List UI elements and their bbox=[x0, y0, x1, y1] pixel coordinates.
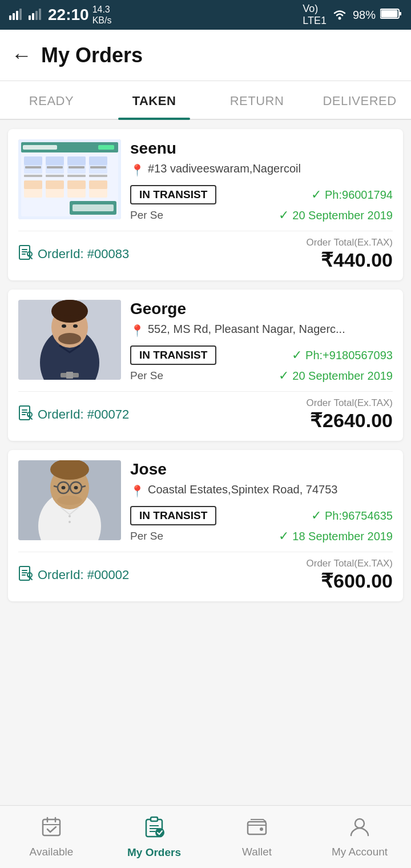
status-badge: IN TRANSIST bbox=[130, 185, 216, 204]
svg-rect-44 bbox=[22, 249, 27, 250]
wallet-icon bbox=[246, 816, 268, 842]
svg-point-77 bbox=[57, 496, 82, 505]
order-top: seenu 📍 #13 vadiveeswaram,Nagercoil IN T… bbox=[18, 139, 393, 223]
svg-rect-62 bbox=[22, 414, 26, 415]
total-amount: ₹440.00 bbox=[307, 248, 393, 271]
order-footer: OrderId: #00083 Order Total(Ex.TAX) ₹440… bbox=[18, 231, 393, 271]
tab-taken[interactable]: TAKEN bbox=[103, 81, 206, 119]
order-info: George 📍 552, MS Rd, Pleasant Nagar, Nag… bbox=[130, 300, 393, 383]
tab-return[interactable]: RETURN bbox=[206, 81, 308, 119]
svg-rect-2 bbox=[16, 11, 18, 20]
back-button[interactable]: ← bbox=[11, 43, 32, 67]
status-bar: 22:10 14.3KB/s Vo)LTE1 98% bbox=[0, 0, 411, 30]
svg-rect-82 bbox=[22, 572, 27, 573]
address-text: Coastal Estates,Spintex Road, 74753 bbox=[148, 483, 337, 496]
myorders-icon bbox=[143, 815, 166, 843]
per-se-date-row: Per Se ✓ 20 September 2019 bbox=[130, 368, 393, 383]
svg-rect-11 bbox=[399, 12, 401, 15]
location-icon: 📍 bbox=[130, 163, 144, 177]
order-image bbox=[18, 139, 121, 219]
total-section: Order Total(Ex.TAX) ₹2640.00 bbox=[307, 397, 393, 432]
address-row: 📍 #13 vadiveeswaram,Nagercoil bbox=[130, 162, 393, 177]
svg-point-97 bbox=[355, 819, 364, 828]
svg-point-54 bbox=[58, 333, 81, 344]
status-left: 22:10 14.3KB/s bbox=[9, 4, 111, 26]
per-se-label: Per Se bbox=[130, 530, 163, 542]
svg-rect-32 bbox=[89, 175, 107, 177]
order-id-icon bbox=[18, 405, 33, 424]
svg-point-94 bbox=[155, 828, 164, 837]
svg-rect-26 bbox=[67, 156, 86, 165]
phone-verified: ✓ Ph:+9180567093 bbox=[292, 348, 393, 363]
date-text: 18 September 2019 bbox=[292, 530, 393, 543]
signal-icon bbox=[9, 7, 25, 23]
order-id-text: OrderId: #00083 bbox=[38, 247, 129, 262]
nav-label-available: Available bbox=[30, 846, 74, 858]
svg-rect-42 bbox=[72, 204, 114, 211]
date-text: 20 September 2019 bbox=[292, 209, 393, 222]
order-id-row: OrderId: #00002 bbox=[18, 566, 129, 584]
address-row: 📍 552, MS Rd, Pleasant Nagar, Nagerc... bbox=[130, 323, 393, 337]
svg-rect-85 bbox=[43, 819, 60, 835]
svg-rect-19 bbox=[25, 166, 41, 168]
svg-rect-4 bbox=[29, 15, 31, 20]
order-card: seenu 📍 #13 vadiveeswaram,Nagercoil IN T… bbox=[8, 129, 403, 280]
address-text: 552, MS Rd, Pleasant Nagar, Nagerc... bbox=[148, 323, 345, 336]
total-label: Order Total(Ex.TAX) bbox=[307, 237, 393, 248]
total-label: Order Total(Ex.TAX) bbox=[307, 397, 393, 409]
tab-ready[interactable]: READY bbox=[0, 81, 103, 119]
address-text: #13 vadiveeswaram,Nagercoil bbox=[148, 162, 301, 175]
date-check-icon: ✓ bbox=[279, 529, 289, 544]
total-section: Order Total(Ex.TAX) ₹600.00 bbox=[307, 558, 393, 592]
order-image bbox=[18, 300, 121, 380]
nav-item-wallet[interactable]: Wallet bbox=[206, 810, 308, 864]
order-info: Jose 📍 Coastal Estates,Spintex Road, 747… bbox=[130, 460, 393, 544]
nav-item-available[interactable]: Available bbox=[0, 810, 103, 864]
svg-rect-28 bbox=[67, 175, 86, 177]
phone-text: Ph:+9180567093 bbox=[305, 349, 393, 362]
tab-delivered[interactable]: DELIVERED bbox=[308, 81, 411, 119]
svg-rect-23 bbox=[47, 166, 63, 168]
svg-rect-27 bbox=[68, 166, 84, 168]
svg-rect-10 bbox=[381, 10, 398, 17]
phone-verified: ✓ Ph:96001794 bbox=[311, 187, 393, 202]
svg-point-78 bbox=[68, 515, 71, 517]
svg-point-96 bbox=[260, 827, 263, 831]
signal-3g-icon bbox=[29, 7, 45, 23]
svg-rect-18 bbox=[24, 156, 42, 165]
nav-item-myaccount[interactable]: My Account bbox=[308, 810, 411, 864]
customer-name: seenu bbox=[130, 139, 393, 158]
svg-rect-40 bbox=[89, 180, 107, 189]
total-label: Order Total(Ex.TAX) bbox=[307, 558, 393, 569]
svg-rect-22 bbox=[46, 156, 64, 165]
tabs-container: READY TAKEN RETURN DELIVERED bbox=[0, 81, 411, 120]
date-check-icon: ✓ bbox=[279, 368, 289, 383]
battery-icon bbox=[380, 8, 402, 22]
order-top: Jose 📍 Coastal Estates,Spintex Road, 747… bbox=[18, 460, 393, 544]
order-id-icon bbox=[18, 245, 33, 263]
order-info: seenu 📍 #13 vadiveeswaram,Nagercoil IN T… bbox=[130, 139, 393, 223]
order-id-row: OrderId: #00072 bbox=[18, 405, 129, 424]
order-card: George 📍 552, MS Rd, Pleasant Nagar, Nag… bbox=[8, 290, 403, 441]
date-text: 20 September 2019 bbox=[292, 369, 393, 383]
svg-point-76 bbox=[74, 486, 78, 489]
order-id-text: OrderId: #00072 bbox=[38, 407, 129, 422]
status-badge: IN TRANSIST bbox=[130, 506, 216, 525]
nav-item-myorders[interactable]: My Orders bbox=[103, 810, 206, 865]
date-check-icon: ✓ bbox=[279, 208, 289, 223]
order-id-text: OrderId: #00002 bbox=[38, 568, 129, 582]
order-footer: OrderId: #00002 Order Total(Ex.TAX) ₹600… bbox=[18, 552, 393, 592]
order-id-row: OrderId: #00083 bbox=[18, 245, 129, 263]
volte-icon: Vo)LTE1 bbox=[303, 3, 327, 27]
data-speed: 14.3KB/s bbox=[92, 4, 112, 26]
total-section: Order Total(Ex.TAX) ₹440.00 bbox=[307, 237, 393, 271]
svg-rect-60 bbox=[22, 409, 27, 411]
status-phone-row: IN TRANSIST ✓ Ph:+9180567093 bbox=[130, 345, 393, 365]
order-footer: OrderId: #00072 Order Total(Ex.TAX) ₹264… bbox=[18, 391, 393, 432]
svg-point-53 bbox=[54, 300, 86, 316]
check-icon: ✓ bbox=[311, 187, 321, 202]
phone-verified: ✓ Ph:96754635 bbox=[311, 508, 393, 523]
orders-list: seenu 📍 #13 vadiveeswaram,Nagercoil IN T… bbox=[0, 120, 411, 610]
total-amount: ₹600.00 bbox=[307, 569, 393, 592]
customer-name: Jose bbox=[130, 460, 393, 479]
